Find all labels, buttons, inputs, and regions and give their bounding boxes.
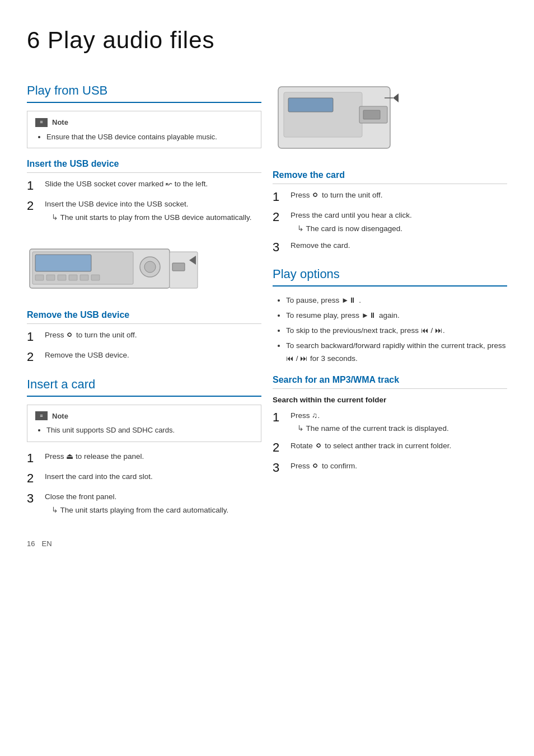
- remove-usb-step1: 1 Press ⭘ to turn the unit off.: [27, 330, 261, 344]
- remove-card-step2-result: The card is now disengaged.: [291, 223, 412, 234]
- usb-note-label: Note: [52, 117, 68, 128]
- card-device-image: [273, 77, 507, 157]
- remove-card-steps: 1 Press ⭘ to turn the unit off. 2 Press …: [273, 190, 507, 255]
- svg-rect-17: [363, 110, 380, 119]
- insert-usb-steps: 1 Slide the USB socket cover marked ↜ to…: [27, 179, 261, 223]
- section-play-options: Play options: [273, 265, 507, 287]
- svg-rect-12: [172, 263, 185, 271]
- remove-card-step2: 2 Press the card until you hear a click.…: [273, 210, 507, 234]
- card-note-icon: ≡: [35, 411, 48, 420]
- svg-rect-5: [58, 275, 66, 280]
- usb-device-image: [27, 232, 206, 299]
- search-step1: 1 Press ♫. The name of the current track…: [273, 410, 507, 435]
- remove-usb-subtitle: Remove the USB device: [27, 308, 261, 324]
- insert-usb-step2: 2 Insert the USB device into the USB soc…: [27, 199, 261, 223]
- section-insert-card: Insert a card: [27, 375, 261, 397]
- play-option-1: To pause, press ►⏸ .: [286, 294, 507, 307]
- search-mp3-subtitle: Search for an MP3/WMA track: [273, 373, 507, 389]
- search-step3: 3 Press ⭘ to confirm.: [273, 461, 507, 475]
- remove-card-step3: 3 Remove the card.: [273, 240, 507, 255]
- remove-usb-steps: 1 Press ⭘ to turn the unit off. 2 Remove…: [27, 330, 261, 365]
- section-play-from-usb: Play from USB: [27, 81, 261, 103]
- insert-card-step3: 3 Close the front panel. The unit starts…: [27, 491, 261, 516]
- remove-card-subtitle: Remove the card: [273, 168, 507, 184]
- svg-rect-3: [35, 275, 44, 280]
- svg-rect-2: [35, 255, 91, 271]
- search-folder-label: Search within the current folder: [273, 395, 507, 406]
- footer-lang: EN: [41, 538, 51, 550]
- usb-note-header: ≡ Note: [35, 117, 253, 128]
- usb-note-text: Ensure that the USB device contains play…: [46, 132, 253, 143]
- insert-card-step3-result: The unit starts playing from the card au…: [45, 505, 228, 516]
- left-column: Play from USB ≡ Note Ensure that the USB…: [27, 71, 261, 522]
- page-title: 6 Play audio files: [27, 22, 507, 58]
- play-options-list: To pause, press ►⏸ . To resume play, pre…: [273, 294, 507, 365]
- remove-usb-step2: 2 Remove the USB device.: [27, 350, 261, 364]
- play-option-2: To resume play, press ►⏸ again.: [286, 309, 507, 322]
- insert-usb-step2-result: The unit starts to play from the USB dev…: [45, 212, 251, 223]
- search-step2: 2 Rotate ⭘ to select anther track in cur…: [273, 440, 507, 455]
- svg-rect-4: [46, 275, 55, 280]
- play-option-3: To skip to the previous/next track, pres…: [286, 325, 507, 337]
- usb-note-box: ≡ Note Ensure that the USB device contai…: [27, 111, 261, 148]
- search-mp3-steps: 1 Press ♫. The name of the current track…: [273, 410, 507, 475]
- card-note-header: ≡ Note: [35, 411, 253, 422]
- search-step1-result: The name of the current track is display…: [291, 423, 449, 434]
- svg-point-10: [144, 261, 156, 273]
- note-icon: ≡: [35, 118, 48, 127]
- insert-card-step1: 1 Press ⏏ to release the panel.: [27, 451, 261, 466]
- footer-page-number: 16: [27, 538, 35, 550]
- svg-rect-7: [80, 275, 88, 280]
- svg-marker-19: [393, 93, 399, 102]
- insert-usb-subtitle: Insert the USB device: [27, 157, 261, 173]
- insert-usb-step1: 1 Slide the USB socket cover marked ↜ to…: [27, 179, 261, 193]
- insert-card-steps: 1 Press ⏏ to release the panel. 2 Insert…: [27, 451, 261, 516]
- play-option-4: To search backward/forward rapidly withi…: [286, 340, 507, 365]
- card-note-label: Note: [52, 411, 68, 422]
- svg-rect-18: [288, 98, 333, 112]
- insert-card-step2: 2 Insert the card into the card slot.: [27, 471, 261, 486]
- card-note-text: This unit supports SD and SDHC cards.: [46, 425, 253, 436]
- card-note-box: ≡ Note This unit supports SD and SDHC ca…: [27, 405, 261, 442]
- remove-card-step1: 1 Press ⭘ to turn the unit off.: [273, 190, 507, 204]
- page-footer: 16 EN: [27, 538, 507, 550]
- svg-rect-8: [91, 275, 100, 280]
- svg-rect-6: [69, 275, 77, 280]
- right-column: Remove the card 1 Press ⭘ to turn the un…: [273, 71, 507, 522]
